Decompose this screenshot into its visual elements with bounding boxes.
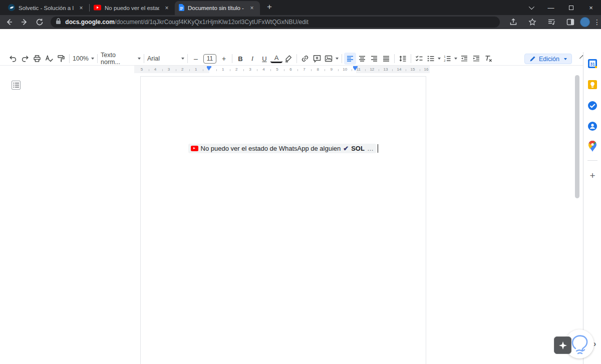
- numbered-list-button[interactable]: 12: [442, 53, 458, 65]
- left-indent-marker[interactable]: [207, 66, 211, 71]
- chip-checkmark: ✔: [343, 145, 349, 152]
- h-ruler-tick: [379, 69, 379, 71]
- clear-formatting-button[interactable]: [482, 53, 494, 65]
- sparkle-icon: [559, 341, 567, 349]
- h-ruler-number: 1: [219, 67, 226, 72]
- h-ruler-number: 9: [328, 67, 335, 72]
- align-right-button[interactable]: [368, 53, 380, 65]
- insert-link-button[interactable]: [299, 53, 311, 65]
- font-select[interactable]: Arial: [146, 53, 185, 65]
- add-comment-button[interactable]: [311, 53, 323, 65]
- browser-menu-icon[interactable]: ⋮: [593, 18, 601, 26]
- highlight-button[interactable]: [282, 53, 294, 65]
- text-color-button[interactable]: A: [270, 54, 282, 63]
- tab-close-icon[interactable]: ×: [163, 4, 171, 12]
- ruler-right-margin: [356, 66, 430, 73]
- tab-close-icon[interactable]: ×: [77, 4, 85, 12]
- h-ruler-tick: [270, 69, 271, 71]
- bulleted-list-button[interactable]: [425, 53, 442, 65]
- h-ruler-tick: [230, 69, 230, 71]
- zoom-select[interactable]: 100%: [72, 53, 95, 65]
- decrease-font-button[interactable]: –: [190, 53, 202, 65]
- h-ruler-number: 14: [396, 67, 403, 72]
- tab-search-icon[interactable]: [521, 0, 541, 15]
- link-chip[interactable]: No puedo ver el estado de WhatsApp de al…: [188, 144, 376, 153]
- h-ruler-tick: [216, 69, 217, 71]
- close-button[interactable]: ×: [581, 0, 601, 15]
- image-caret-icon: [336, 58, 339, 60]
- address-bar[interactable]: docs.google.com/document/d/1qJkrCougf4KK…: [51, 17, 500, 28]
- h-ruler-number: 15: [409, 67, 416, 72]
- h-ruler-tick: [176, 69, 176, 71]
- calendar-icon[interactable]: 31: [587, 58, 597, 69]
- share-page-icon[interactable]: [507, 16, 520, 28]
- forward-icon[interactable]: [18, 16, 30, 28]
- reload-icon[interactable]: [34, 16, 46, 28]
- maximize-button[interactable]: [561, 0, 581, 15]
- solvetic-favicon: [8, 4, 15, 12]
- mode-caret-icon: [564, 58, 567, 60]
- document-workspace: No puedo ver el estado de WhatsApp de al…: [0, 73, 601, 364]
- h-ruler-tick: [311, 69, 312, 71]
- style-caret-icon: [138, 58, 141, 60]
- increase-font-button[interactable]: +: [218, 53, 230, 65]
- show-outline-button[interactable]: [12, 81, 21, 90]
- bookmark-star-icon[interactable]: [526, 16, 539, 28]
- document-scrollbar[interactable]: [575, 75, 579, 198]
- document-text-line: No puedo ver el estado de WhatsApp de al…: [140, 144, 426, 153]
- media-controls-icon[interactable]: [545, 16, 558, 28]
- minimize-button[interactable]: —: [541, 0, 561, 15]
- underline-button[interactable]: U: [258, 53, 270, 65]
- align-center-button[interactable]: [356, 53, 368, 65]
- side-panel-icon[interactable]: [564, 16, 577, 28]
- h-ruler-tick: [149, 69, 149, 71]
- svg-text:31: 31: [590, 61, 595, 66]
- decrease-indent-button[interactable]: [458, 53, 470, 65]
- undo-button[interactable]: [7, 53, 19, 65]
- h-ruler-number: 13: [382, 67, 389, 72]
- tab-close-icon[interactable]: ×: [248, 4, 256, 12]
- document-page[interactable]: [140, 76, 426, 364]
- browser-profile-avatar[interactable]: [580, 17, 590, 27]
- zoom-caret-icon: [91, 58, 94, 60]
- youtube-chip-icon: [191, 146, 198, 151]
- back-icon[interactable]: [3, 16, 15, 28]
- redo-button[interactable]: [19, 53, 31, 65]
- paint-format-button[interactable]: [55, 53, 67, 65]
- h-ruler-number: 5: [274, 67, 281, 72]
- tab-youtube[interactable]: No puedo ver el estado de What ×: [90, 1, 175, 15]
- lock-icon: [56, 18, 61, 27]
- h-ruler-number: 3: [246, 67, 253, 72]
- maps-icon[interactable]: [587, 141, 597, 151]
- bold-button[interactable]: B: [234, 53, 246, 65]
- editing-mode-select[interactable]: Edición: [524, 54, 572, 64]
- checklist-button[interactable]: [413, 53, 425, 65]
- paragraph-style-select[interactable]: Texto norm...: [100, 53, 142, 65]
- tab-solvetic[interactable]: Solvetic - Solución a los problem ×: [4, 1, 89, 15]
- spellcheck-button[interactable]: [43, 53, 55, 65]
- justify-button[interactable]: [380, 53, 392, 65]
- get-addons-button[interactable]: +: [587, 170, 598, 181]
- align-left-button[interactable]: [344, 53, 356, 65]
- h-ruler-number: 11: [355, 67, 362, 72]
- italic-button[interactable]: I: [246, 53, 258, 65]
- contacts-icon[interactable]: [587, 121, 597, 131]
- print-button[interactable]: [31, 53, 43, 65]
- keep-icon[interactable]: [587, 79, 597, 90]
- insert-image-button[interactable]: [323, 53, 340, 65]
- svg-text:2: 2: [444, 59, 446, 62]
- mode-label: Edición: [539, 56, 559, 63]
- font-size-input[interactable]: 11: [203, 54, 216, 64]
- url-domain: docs.google.com: [65, 19, 115, 26]
- horizontal-ruler[interactable]: 5432112345678910111213141516: [0, 66, 601, 73]
- increase-indent-button[interactable]: [470, 53, 482, 65]
- new-tab-button[interactable]: +: [263, 1, 276, 14]
- line-spacing-button[interactable]: [397, 53, 409, 65]
- h-ruler-tick: [406, 69, 406, 71]
- google-side-panel: 31 +: [583, 52, 601, 364]
- tab-docs-active[interactable]: Documento sin título - Documen ×: [175, 1, 260, 15]
- explore-chevron[interactable]: ›: [593, 339, 596, 348]
- text-cursor: [378, 144, 379, 153]
- h-ruler-number: 4: [260, 67, 267, 72]
- tasks-icon[interactable]: [587, 100, 597, 111]
